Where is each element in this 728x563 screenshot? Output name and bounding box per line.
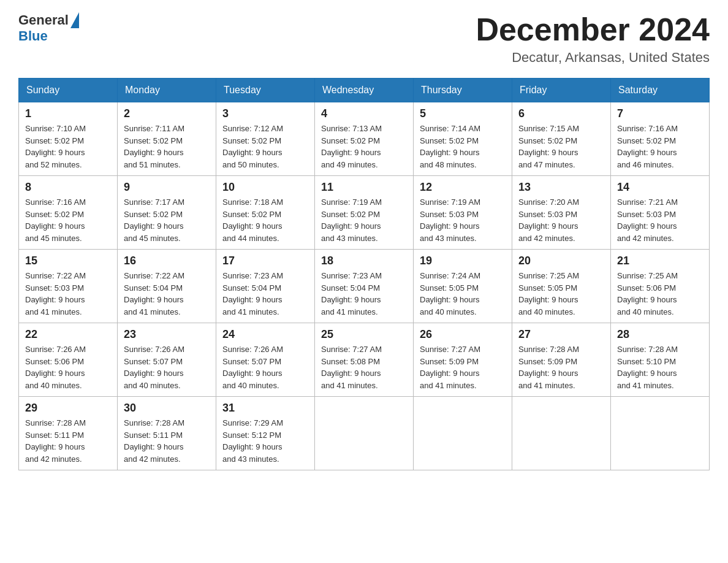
day-info: Sunrise: 7:20 AMSunset: 5:03 PMDaylight:… — [518, 197, 579, 243]
day-info: Sunrise: 7:18 AMSunset: 5:02 PMDaylight:… — [222, 197, 283, 243]
day-info: Sunrise: 7:11 AMSunset: 5:02 PMDaylight:… — [124, 124, 184, 169]
day-number: 4 — [321, 107, 407, 120]
calendar-day-cell: 19 Sunrise: 7:24 AMSunset: 5:05 PMDaylig… — [414, 250, 512, 323]
calendar-day-cell — [414, 397, 512, 470]
calendar-day-cell: 26 Sunrise: 7:27 AMSunset: 5:09 PMDaylig… — [414, 323, 512, 397]
day-info: Sunrise: 7:17 AMSunset: 5:02 PMDaylight:… — [124, 197, 184, 243]
day-info: Sunrise: 7:19 AMSunset: 5:02 PMDaylight:… — [321, 197, 382, 243]
calendar-header-row: SundayMondayTuesdayWednesdayThursdayFrid… — [19, 79, 710, 102]
calendar-day-cell: 24 Sunrise: 7:26 AMSunset: 5:07 PMDaylig… — [216, 323, 315, 397]
title-section: December 2024 Decatur, Arkansas, United … — [476, 12, 710, 66]
calendar-day-cell: 1 Sunrise: 7:10 AMSunset: 5:02 PMDayligh… — [19, 102, 118, 176]
month-title: December 2024 — [476, 12, 710, 47]
day-number: 11 — [321, 181, 407, 194]
day-info: Sunrise: 7:28 AMSunset: 5:11 PMDaylight:… — [25, 418, 86, 464]
location-title: Decatur, Arkansas, United States — [476, 50, 710, 66]
day-number: 18 — [321, 255, 407, 267]
calendar-day-cell: 4 Sunrise: 7:13 AMSunset: 5:02 PMDayligh… — [315, 102, 414, 176]
day-number: 25 — [321, 328, 407, 341]
calendar-day-cell: 14 Sunrise: 7:21 AMSunset: 5:03 PMDaylig… — [611, 176, 710, 250]
day-info: Sunrise: 7:28 AMSunset: 5:10 PMDaylight:… — [617, 345, 678, 390]
day-info: Sunrise: 7:25 AMSunset: 5:05 PMDaylight:… — [518, 271, 579, 316]
day-number: 29 — [25, 402, 111, 415]
day-number: 1 — [25, 107, 111, 120]
day-info: Sunrise: 7:15 AMSunset: 5:02 PMDaylight:… — [518, 124, 579, 169]
calendar-day-cell: 31 Sunrise: 7:29 AMSunset: 5:12 PMDaylig… — [216, 397, 315, 470]
day-info: Sunrise: 7:13 AMSunset: 5:02 PMDaylight:… — [321, 124, 382, 169]
day-number: 27 — [518, 328, 604, 341]
calendar-day-cell: 2 Sunrise: 7:11 AMSunset: 5:02 PMDayligh… — [118, 102, 216, 176]
calendar-day-cell: 25 Sunrise: 7:27 AMSunset: 5:08 PMDaylig… — [315, 323, 414, 397]
day-info: Sunrise: 7:22 AMSunset: 5:03 PMDaylight:… — [25, 271, 86, 316]
day-number: 7 — [617, 107, 703, 120]
calendar-day-cell: 11 Sunrise: 7:19 AMSunset: 5:02 PMDaylig… — [315, 176, 414, 250]
day-number: 28 — [617, 328, 703, 341]
logo-blue-text: Blue — [18, 28, 48, 44]
day-number: 12 — [420, 181, 506, 194]
day-info: Sunrise: 7:26 AMSunset: 5:06 PMDaylight:… — [25, 345, 86, 390]
day-info: Sunrise: 7:22 AMSunset: 5:04 PMDaylight:… — [124, 271, 184, 316]
calendar-day-cell — [315, 397, 414, 470]
day-info: Sunrise: 7:28 AMSunset: 5:11 PMDaylight:… — [124, 418, 184, 464]
calendar-day-cell: 21 Sunrise: 7:25 AMSunset: 5:06 PMDaylig… — [611, 250, 710, 323]
day-number: 30 — [124, 402, 210, 415]
calendar-day-cell: 22 Sunrise: 7:26 AMSunset: 5:06 PMDaylig… — [19, 323, 118, 397]
day-info: Sunrise: 7:12 AMSunset: 5:02 PMDaylight:… — [222, 124, 283, 169]
calendar-body: 1 Sunrise: 7:10 AMSunset: 5:02 PMDayligh… — [19, 102, 710, 470]
logo-triangle-icon — [70, 12, 79, 28]
day-info: Sunrise: 7:25 AMSunset: 5:06 PMDaylight:… — [617, 271, 678, 316]
calendar-day-cell: 23 Sunrise: 7:26 AMSunset: 5:07 PMDaylig… — [118, 323, 216, 397]
calendar-day-cell: 27 Sunrise: 7:28 AMSunset: 5:09 PMDaylig… — [512, 323, 611, 397]
day-number: 19 — [420, 255, 506, 267]
calendar-day-cell: 29 Sunrise: 7:28 AMSunset: 5:11 PMDaylig… — [19, 397, 118, 470]
day-of-week-header: Sunday — [19, 79, 118, 102]
day-info: Sunrise: 7:16 AMSunset: 5:02 PMDaylight:… — [617, 124, 678, 169]
day-number: 10 — [222, 181, 308, 194]
day-number: 8 — [25, 181, 111, 194]
calendar-day-cell — [611, 397, 710, 470]
day-number: 3 — [222, 107, 308, 120]
logo: General Blue — [18, 12, 79, 44]
day-info: Sunrise: 7:27 AMSunset: 5:09 PMDaylight:… — [420, 345, 480, 390]
calendar-day-cell: 18 Sunrise: 7:23 AMSunset: 5:04 PMDaylig… — [315, 250, 414, 323]
day-of-week-header: Wednesday — [315, 79, 414, 102]
day-number: 24 — [222, 328, 308, 341]
day-info: Sunrise: 7:14 AMSunset: 5:02 PMDaylight:… — [420, 124, 480, 169]
day-number: 5 — [420, 107, 506, 120]
day-number: 21 — [617, 255, 703, 267]
day-info: Sunrise: 7:21 AMSunset: 5:03 PMDaylight:… — [617, 197, 678, 243]
day-info: Sunrise: 7:23 AMSunset: 5:04 PMDaylight:… — [222, 271, 283, 316]
day-number: 2 — [124, 107, 210, 120]
calendar-day-cell: 15 Sunrise: 7:22 AMSunset: 5:03 PMDaylig… — [19, 250, 118, 323]
day-of-week-header: Monday — [118, 79, 216, 102]
calendar-day-cell: 9 Sunrise: 7:17 AMSunset: 5:02 PMDayligh… — [118, 176, 216, 250]
day-number: 6 — [518, 107, 604, 120]
day-number: 15 — [25, 255, 111, 267]
day-info: Sunrise: 7:16 AMSunset: 5:02 PMDaylight:… — [25, 197, 86, 243]
day-of-week-header: Tuesday — [216, 79, 315, 102]
day-info: Sunrise: 7:10 AMSunset: 5:02 PMDaylight:… — [25, 124, 86, 169]
day-number: 31 — [222, 402, 308, 415]
day-info: Sunrise: 7:24 AMSunset: 5:05 PMDaylight:… — [420, 271, 480, 316]
day-info: Sunrise: 7:27 AMSunset: 5:08 PMDaylight:… — [321, 345, 382, 390]
calendar-day-cell: 20 Sunrise: 7:25 AMSunset: 5:05 PMDaylig… — [512, 250, 611, 323]
day-info: Sunrise: 7:19 AMSunset: 5:03 PMDaylight:… — [420, 197, 480, 243]
calendar-day-cell: 5 Sunrise: 7:14 AMSunset: 5:02 PMDayligh… — [414, 102, 512, 176]
calendar-day-cell: 3 Sunrise: 7:12 AMSunset: 5:02 PMDayligh… — [216, 102, 315, 176]
page-header: General Blue December 2024 Decatur, Arka… — [18, 12, 710, 66]
calendar-day-cell: 28 Sunrise: 7:28 AMSunset: 5:10 PMDaylig… — [611, 323, 710, 397]
day-number: 20 — [518, 255, 604, 267]
day-info: Sunrise: 7:26 AMSunset: 5:07 PMDaylight:… — [124, 345, 184, 390]
calendar-day-cell: 7 Sunrise: 7:16 AMSunset: 5:02 PMDayligh… — [611, 102, 710, 176]
day-number: 13 — [518, 181, 604, 194]
day-number: 16 — [124, 255, 210, 267]
calendar-week-row: 8 Sunrise: 7:16 AMSunset: 5:02 PMDayligh… — [19, 176, 710, 250]
calendar-day-cell: 16 Sunrise: 7:22 AMSunset: 5:04 PMDaylig… — [118, 250, 216, 323]
calendar-day-cell: 6 Sunrise: 7:15 AMSunset: 5:02 PMDayligh… — [512, 102, 611, 176]
day-number: 14 — [617, 181, 703, 194]
day-info: Sunrise: 7:28 AMSunset: 5:09 PMDaylight:… — [518, 345, 579, 390]
calendar-day-cell: 13 Sunrise: 7:20 AMSunset: 5:03 PMDaylig… — [512, 176, 611, 250]
day-info: Sunrise: 7:26 AMSunset: 5:07 PMDaylight:… — [222, 345, 283, 390]
calendar-day-cell: 10 Sunrise: 7:18 AMSunset: 5:02 PMDaylig… — [216, 176, 315, 250]
day-of-week-header: Saturday — [611, 79, 710, 102]
